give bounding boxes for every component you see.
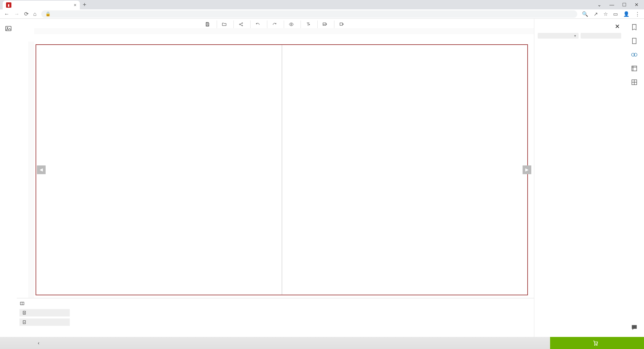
cliparts-grid bbox=[534, 41, 625, 337]
share-icon bbox=[238, 22, 244, 27]
left-rail bbox=[0, 19, 17, 337]
add-to-cart-button[interactable] bbox=[550, 337, 644, 349]
page-label-left bbox=[34, 34, 284, 42]
app: ◄ ► ✕ bbox=[0, 19, 644, 337]
back-nav-icon[interactable]: ← bbox=[4, 11, 9, 17]
pages-thumbs bbox=[74, 298, 534, 337]
cart-icon bbox=[592, 340, 598, 346]
add-fill-button[interactable] bbox=[334, 20, 351, 28]
url-field[interactable]: 🔒 bbox=[41, 10, 577, 18]
favicon-icon: ▮ bbox=[6, 2, 11, 8]
ruler-horizontal bbox=[34, 28, 534, 34]
save-button[interactable] bbox=[200, 20, 217, 28]
svg-point-4 bbox=[239, 24, 240, 25]
category-dropdown[interactable] bbox=[538, 33, 579, 39]
reload-icon[interactable]: ⟳ bbox=[24, 11, 29, 17]
svg-point-5 bbox=[242, 22, 243, 23]
canvas-area[interactable] bbox=[34, 42, 534, 298]
add-image-button[interactable] bbox=[318, 20, 334, 28]
delete-page-button[interactable] bbox=[19, 318, 70, 326]
profile-icon[interactable]: 👤 bbox=[623, 11, 630, 17]
maximize-icon[interactable]: ☐ bbox=[622, 2, 627, 7]
article-icon bbox=[631, 23, 638, 31]
footer: ‹ bbox=[0, 337, 644, 349]
background-icon bbox=[631, 65, 638, 72]
add-page-button[interactable] bbox=[19, 309, 70, 316]
page-labels bbox=[34, 34, 534, 42]
star-icon[interactable]: ☆ bbox=[603, 11, 608, 17]
pages-icon bbox=[19, 301, 25, 306]
cliparts-icon bbox=[631, 51, 638, 58]
svg-point-7 bbox=[290, 23, 292, 25]
undo-icon bbox=[255, 22, 260, 27]
zoom-icon[interactable]: 🔍 bbox=[582, 11, 588, 17]
chevron-down-icon[interactable]: ⌄ bbox=[597, 2, 601, 7]
chat-icon bbox=[631, 324, 638, 331]
pages-controls bbox=[17, 298, 74, 337]
prev-page-button[interactable]: ◄ bbox=[37, 165, 46, 174]
ruler-vertical bbox=[28, 42, 34, 298]
fill-icon bbox=[339, 22, 344, 27]
rail-cliparts[interactable] bbox=[631, 51, 638, 59]
lock-icon: 🔒 bbox=[45, 11, 51, 16]
rail-page[interactable] bbox=[631, 37, 638, 46]
delete-page-icon bbox=[22, 320, 27, 325]
browser-chrome: ▮ × + ⌄ — ☐ ✕ ← → ⟳ ⌂ 🔒 🔍 ↗ ☆ ▭ 👤 ⋮ bbox=[0, 0, 644, 19]
rail-background[interactable] bbox=[631, 65, 638, 73]
preview-button[interactable] bbox=[284, 20, 301, 28]
support-chat[interactable] bbox=[631, 324, 638, 332]
page-label-right bbox=[284, 34, 534, 42]
right-rail bbox=[625, 19, 644, 337]
menu-icon[interactable]: ⋮ bbox=[635, 11, 640, 17]
panel-icon[interactable]: ▭ bbox=[613, 11, 618, 17]
svg-rect-9 bbox=[340, 23, 342, 26]
forward-nav-icon[interactable]: → bbox=[14, 11, 19, 17]
svg-rect-14 bbox=[633, 38, 636, 44]
svg-point-21 bbox=[594, 345, 595, 345]
spread[interactable] bbox=[36, 44, 528, 295]
layouts-icon bbox=[631, 79, 638, 86]
main-column: ◄ ► bbox=[17, 19, 534, 337]
share-url-icon[interactable]: ↗ bbox=[594, 11, 598, 17]
share-button[interactable] bbox=[234, 20, 251, 28]
canvas-wrap: ◄ ► bbox=[17, 42, 534, 298]
tab-bar: ▮ × + ⌄ — ☐ ✕ bbox=[0, 0, 644, 9]
footer-info bbox=[80, 342, 550, 344]
eye-icon bbox=[289, 22, 294, 27]
add-image-icon bbox=[322, 22, 327, 27]
close-window-icon[interactable]: ✕ bbox=[635, 2, 639, 7]
save-icon bbox=[205, 22, 210, 27]
back-arrow-icon: ‹ bbox=[38, 340, 40, 346]
minimize-icon[interactable]: — bbox=[609, 2, 614, 7]
add-page-icon bbox=[22, 310, 27, 315]
toolbar bbox=[17, 19, 534, 28]
redo-button[interactable] bbox=[267, 20, 284, 28]
spread-fold-line bbox=[282, 45, 282, 295]
browser-tab[interactable]: ▮ × bbox=[3, 1, 80, 9]
svg-rect-17 bbox=[632, 66, 637, 71]
pages-strip bbox=[17, 298, 534, 337]
rail-article[interactable] bbox=[631, 23, 638, 32]
new-tab-button[interactable]: + bbox=[80, 0, 89, 9]
rail-images[interactable] bbox=[5, 25, 12, 33]
svg-point-6 bbox=[242, 25, 243, 26]
url-bar: ← → ⟳ ⌂ 🔒 🔍 ↗ ☆ ▭ 👤 ⋮ bbox=[0, 9, 644, 19]
window-controls: ⌄ — ☐ ✕ bbox=[597, 0, 644, 9]
projects-button[interactable] bbox=[217, 20, 234, 28]
text-icon bbox=[306, 22, 311, 27]
undo-button[interactable] bbox=[251, 20, 267, 28]
tab-close-icon[interactable]: × bbox=[74, 2, 76, 8]
cliparts-panel: ✕ bbox=[534, 19, 625, 337]
redo-icon bbox=[272, 22, 277, 27]
page-icon bbox=[631, 37, 638, 45]
rail-layouts[interactable] bbox=[631, 79, 638, 87]
add-text-button[interactable] bbox=[301, 20, 318, 28]
close-panel-icon[interactable]: ✕ bbox=[615, 23, 620, 30]
home-icon[interactable]: ⌂ bbox=[33, 11, 37, 17]
folder-icon bbox=[222, 22, 227, 27]
search-box[interactable] bbox=[581, 33, 622, 39]
svg-point-1 bbox=[7, 28, 8, 29]
svg-rect-13 bbox=[23, 320, 25, 323]
next-page-button[interactable]: ► bbox=[523, 165, 531, 174]
back-button[interactable]: ‹ bbox=[0, 340, 80, 346]
